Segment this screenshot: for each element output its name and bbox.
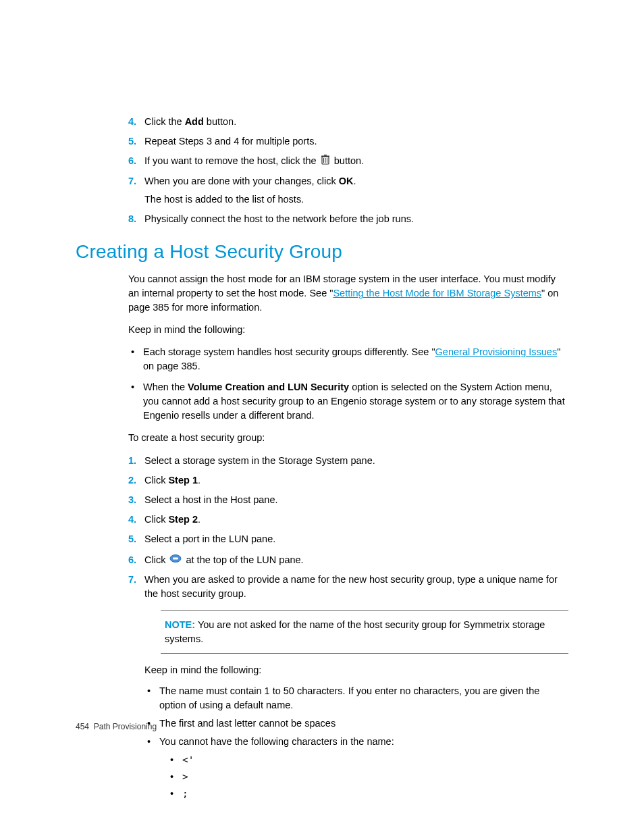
new-group-icon <box>169 553 182 567</box>
page-number: 454 <box>76 722 89 731</box>
step-b5: 5. Select a port in the LUN pane. <box>128 532 568 546</box>
keep-in-mind-label: Keep in mind the following: <box>128 323 568 337</box>
intro-paragraph: You cannot assign the host mode for an I… <box>128 272 568 315</box>
step-text: If you want to remove the host, click th… <box>144 155 364 166</box>
svg-rect-4 <box>321 155 329 157</box>
note-label: NOTE: <box>165 619 195 630</box>
upper-steps-list: 4. Click the Add button. 5. Repeat Steps… <box>128 115 568 226</box>
list-item: When the Volume Creation and LUN Securit… <box>128 380 568 423</box>
section-heading: Creating a Host Security Group <box>76 238 568 266</box>
step-text: When you are done with your changes, cli… <box>144 176 356 186</box>
to-create-label: To create a host security group: <box>128 431 568 445</box>
step-number: 6. <box>128 154 136 168</box>
step-7: 7. When you are done with your changes, … <box>128 174 568 207</box>
step-text: When you are asked to provide a name for… <box>144 574 558 599</box>
step-4: 4. Click the Add button. <box>128 115 568 129</box>
step-number: 3. <box>128 493 136 507</box>
list-item: Each storage system handles host securit… <box>128 345 568 373</box>
step-number: 5. <box>128 532 136 546</box>
step-6: 6. If you want to remove the host, click… <box>128 154 568 169</box>
step-b4: 4. Click Step 2. <box>128 513 568 527</box>
step-text: Select a host in the Host pane. <box>144 494 278 505</box>
step-number: 6. <box>128 553 136 567</box>
step-number: 1. <box>128 454 136 468</box>
svg-rect-7 <box>173 558 178 560</box>
step-text: Click Step 1. <box>144 475 200 486</box>
link-provisioning-issues[interactable]: General Provisioning Issues <box>435 346 558 357</box>
step-8: 8. Physically connect the host to the ne… <box>128 212 568 226</box>
step-number: 7. <box>128 573 136 587</box>
list-item: You cannot have the following characters… <box>144 735 568 801</box>
step-text: Physically connect the host to the netwo… <box>144 213 414 224</box>
lower-steps-list: 1. Select a storage system in the Storag… <box>128 454 568 802</box>
keep-in-mind-2: Keep in mind the following: <box>144 663 568 677</box>
step-number: 7. <box>128 174 136 188</box>
bullet-list-1: Each storage system handles host securit… <box>128 345 568 423</box>
bullet-list-2: The name must contain 1 to 50 characters… <box>144 684 568 801</box>
step-b7: 7. When you are asked to provide a name … <box>128 573 568 801</box>
trash-icon <box>321 155 330 169</box>
svg-rect-5 <box>324 155 327 156</box>
note-box: NOTE: You are not asked for the name of … <box>161 610 568 654</box>
step-b6: 6. Click at the top of the LUN pane. <box>128 553 568 568</box>
list-item: The first and last letter cannot be spac… <box>144 716 568 731</box>
step-b1: 1. Select a storage system in the Storag… <box>128 454 568 468</box>
step-text: Click at the top of the LUN pane. <box>144 554 304 565</box>
char-list: <' > ; <box>167 753 568 801</box>
step-number: 8. <box>128 212 136 226</box>
list-item: <' <box>167 753 568 767</box>
step-text: Click Step 2. <box>144 514 200 525</box>
note-text: You are not asked for the name of the ho… <box>165 619 545 644</box>
step-text: Repeat Steps 3 and 4 for multiple ports. <box>144 136 317 147</box>
step-text: Select a port in the LUN pane. <box>144 533 275 544</box>
footer-title: Path Provisioning <box>94 722 157 731</box>
page-footer: 454 Path Provisioning <box>76 721 157 733</box>
step-b3: 3. Select a host in the Host pane. <box>128 493 568 507</box>
step-number: 5. <box>128 134 136 149</box>
step-number: 4. <box>128 115 136 129</box>
step-number: 2. <box>128 473 136 488</box>
step-5: 5. Repeat Steps 3 and 4 for multiple por… <box>128 134 568 149</box>
list-item: ; <box>167 787 568 801</box>
step-subtext: The host is added to the list of hosts. <box>144 192 568 207</box>
list-item: The name must contain 1 to 50 characters… <box>144 684 568 712</box>
list-item: > <box>167 770 568 784</box>
step-b2: 2. Click Step 1. <box>128 473 568 488</box>
step-text: Select a storage system in the Storage S… <box>144 455 375 466</box>
step-number: 4. <box>128 513 136 527</box>
step-text: Click the Add button. <box>144 116 236 127</box>
link-host-mode[interactable]: Setting the Host Mode for IBM Storage Sy… <box>333 288 541 298</box>
